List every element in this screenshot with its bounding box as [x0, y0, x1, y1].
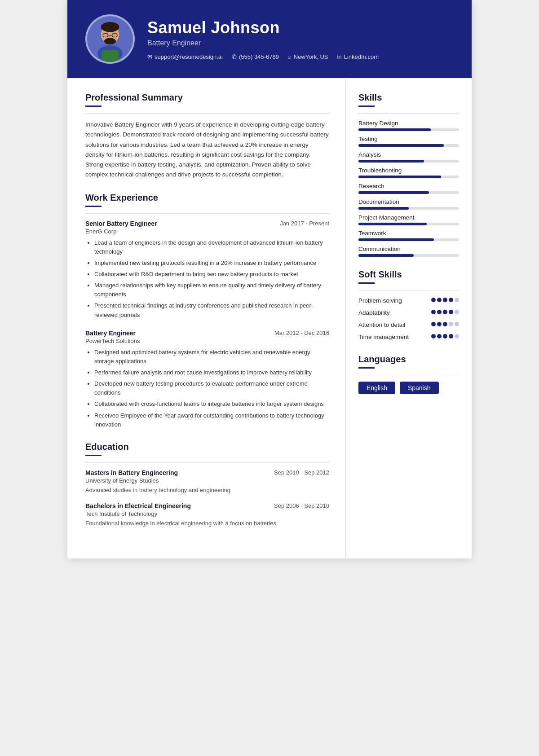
job-bullet: Lead a team of engineers in the design a…: [94, 238, 329, 256]
jobs-container: Senior Battery Engineer Jan 2017 - Prese…: [85, 220, 329, 429]
skill-bar-fill: [358, 176, 441, 178]
job-bullets-list: Lead a team of engineers in the design a…: [85, 238, 329, 320]
skill-item: Teamwork: [358, 230, 459, 241]
job-company: EnerG Corp: [85, 228, 329, 235]
soft-skill-name: Adaptability: [358, 309, 427, 317]
soft-skill-name: Problem-solving: [358, 297, 427, 305]
location-contact: ⌂ NewYork, US: [288, 53, 328, 60]
linkedin-value: LinkedIn.com: [344, 53, 379, 60]
dot-filled: [431, 334, 436, 338]
skill-bar-fill: [358, 223, 427, 225]
header-section: Samuel Johnson Battery Engineer ✉ suppor…: [67, 0, 472, 78]
dot-filled: [431, 310, 436, 314]
skill-name: Battery Design: [358, 120, 459, 127]
skills-section: Skills Battery Design Testing Analysis T…: [358, 92, 459, 257]
dot-filled: [437, 298, 442, 302]
skill-bar-fill: [358, 254, 414, 257]
phone-value: (555) 345-6789: [239, 53, 279, 60]
language-chip: Spanish: [400, 382, 439, 394]
skill-bar-fill: [358, 160, 424, 163]
education-section: Education Masters in Battery Engineering…: [85, 442, 329, 528]
dot-filled: [443, 322, 447, 326]
edu-dates: Sep 2006 - Sep 2010: [274, 502, 329, 509]
job-bullet: Collaborated with R&D department to brin…: [94, 270, 329, 279]
skill-bar-bg: [358, 191, 459, 194]
summary-text: Innovative Battery Engineer with 9 years…: [85, 120, 329, 180]
skill-dots: [431, 321, 459, 326]
languages-divider: [358, 375, 459, 375]
job-bullet: Collaborated with cross-functional teams…: [94, 400, 329, 409]
dot-filled: [431, 322, 436, 326]
work-title: Work Experience: [85, 193, 329, 203]
job-bullet: Designed and optimized battery systems f…: [94, 348, 329, 366]
edu-desc: Foundational knowledge in electrical eng…: [85, 519, 329, 528]
body: Professional Summary Innovative Battery …: [67, 78, 472, 558]
skill-name: Troubleshooting: [358, 167, 459, 174]
resume: Samuel Johnson Battery Engineer ✉ suppor…: [67, 0, 472, 558]
avatar: [85, 14, 135, 64]
phone-contact: ✆ (555) 345-6789: [232, 53, 279, 60]
skill-name: Documentation: [358, 198, 459, 205]
job-bullet: Managed relationships with key suppliers…: [94, 281, 329, 299]
edu-item: Masters in Battery Engineering Sep 2010 …: [85, 469, 329, 495]
linkedin-contact: in LinkedIn.com: [337, 53, 379, 60]
skills-title: Skills: [358, 92, 459, 103]
job-item: Senior Battery Engineer Jan 2017 - Prese…: [85, 220, 329, 320]
skill-name: Communication: [358, 246, 459, 252]
skills-divider: [358, 113, 459, 114]
skill-bar-bg: [358, 207, 459, 210]
job-bullet: Implemented new testing protocols result…: [94, 259, 329, 268]
skill-item: Troubleshooting: [358, 167, 459, 178]
candidate-title: Battery Engineer: [147, 39, 454, 47]
lang-container: EnglishSpanish: [358, 382, 459, 394]
skill-name: Analysis: [358, 151, 459, 158]
summary-divider: [85, 113, 329, 114]
svg-point-4: [102, 25, 117, 32]
dot-empty: [455, 310, 459, 314]
summary-underline: [85, 105, 102, 107]
language-chip: English: [358, 382, 395, 394]
job-company: PowerTech Solutions: [85, 338, 329, 344]
job-bullet: Performed failure analysis and root caus…: [94, 368, 329, 377]
soft-skills-container: Problem-solving Adaptability Attention t…: [358, 297, 459, 342]
job-title: Battery Engineer: [85, 330, 136, 337]
soft-skill-name: Attention to detail: [358, 321, 427, 330]
dot-filled: [443, 298, 447, 302]
contact-info: ✉ support@resumedesign.ai ✆ (555) 345-67…: [147, 53, 454, 60]
skill-bar-bg: [358, 176, 459, 178]
dot-empty: [449, 322, 453, 326]
job-bullet: Received Employee of the Year award for …: [94, 411, 329, 429]
job-header: Senior Battery Engineer Jan 2017 - Prese…: [85, 220, 329, 227]
dot-filled: [437, 322, 442, 326]
education-underline: [85, 455, 102, 456]
svg-point-5: [104, 38, 116, 44]
skill-dots: [431, 297, 459, 302]
skill-bar-bg: [358, 238, 459, 241]
edu-item: Bachelors in Electrical Engineering Sep …: [85, 502, 329, 528]
job-bullet: Presented technical findings at industry…: [94, 301, 329, 319]
edu-degree: Bachelors in Electrical Engineering: [85, 502, 191, 510]
dot-filled: [443, 334, 447, 338]
skill-item: Documentation: [358, 198, 459, 210]
job-bullet: Developed new battery testing procedures…: [94, 379, 329, 397]
dot-filled: [449, 298, 453, 302]
education-title: Education: [85, 442, 329, 452]
dot-filled: [443, 310, 447, 314]
dot-filled: [449, 334, 453, 338]
skills-container: Battery Design Testing Analysis Troubles…: [358, 120, 459, 257]
skill-name: Testing: [358, 136, 459, 142]
skill-bar-bg: [358, 160, 459, 163]
skill-bar-bg: [358, 254, 459, 257]
skill-item: Analysis: [358, 151, 459, 163]
linkedin-icon: in: [337, 53, 342, 60]
soft-skill-item: Time management: [358, 333, 459, 342]
summary-title: Professional Summary: [85, 92, 329, 103]
dot-empty: [455, 298, 459, 302]
dot-empty: [455, 334, 459, 338]
soft-skills-title: Soft Skills: [358, 269, 459, 280]
dot-filled: [449, 310, 453, 314]
skill-bar-fill: [358, 191, 429, 194]
skill-item: Project Management: [358, 214, 459, 225]
edu-school: University of Energy Studies: [85, 477, 329, 484]
skill-name: Research: [358, 183, 459, 189]
